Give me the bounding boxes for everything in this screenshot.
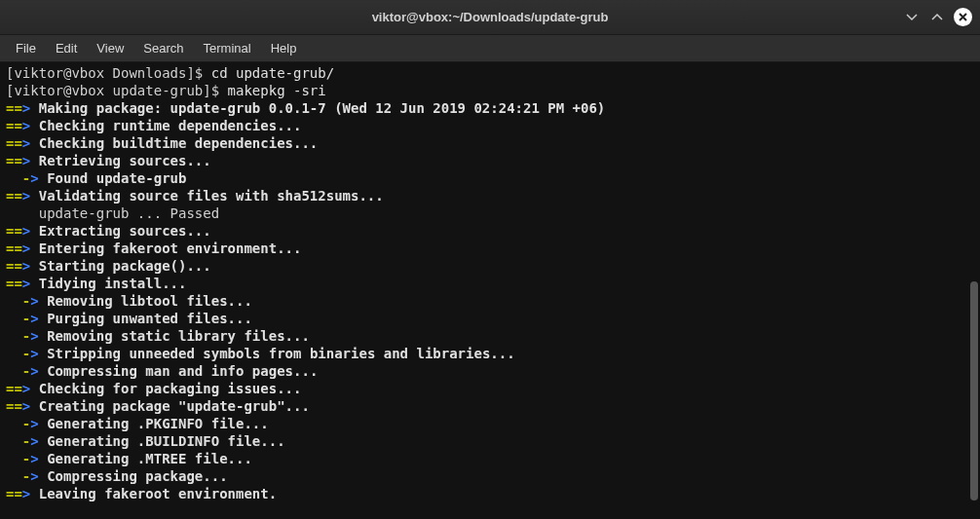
terminal-window: viktor@vbox:~/Downloads/update-grub File… <box>0 0 980 519</box>
terminal-line: ==> Leaving fakeroot environment. <box>6 485 974 502</box>
terminal-line: -> Generating .BUILDINFO file... <box>6 432 974 450</box>
terminal-line: -> Generating .PKGINFO file... <box>6 415 974 432</box>
terminal-line: ==> Starting package()... <box>6 257 974 275</box>
menu-search[interactable]: Search <box>133 37 193 59</box>
terminal-line: -> Compressing package... <box>6 467 974 485</box>
terminal-line: -> Compressing man and info pages... <box>6 362 974 380</box>
window-title: viktor@vbox:~/Downloads/update-grub <box>372 10 609 24</box>
minimize-button[interactable] <box>903 9 921 26</box>
menu-file[interactable]: File <box>6 37 46 59</box>
terminal-line: ==> Checking runtime dependencies... <box>6 117 974 134</box>
terminal-line: ==> Extracting sources... <box>6 222 974 240</box>
chevron-down-icon <box>905 11 919 24</box>
menu-help[interactable]: Help <box>261 37 307 59</box>
terminal-line: ==> Retrieving sources... <box>6 152 974 169</box>
titlebar: viktor@vbox:~/Downloads/update-grub <box>0 0 980 35</box>
terminal-line: -> Found update-grub <box>6 169 974 187</box>
menu-view[interactable]: View <box>87 37 133 59</box>
close-button[interactable] <box>954 8 972 26</box>
terminal-line: -> Removing libtool files... <box>6 292 974 310</box>
scrollbar[interactable] <box>970 281 978 500</box>
terminal-line: -> Stripping unneeded symbols from binar… <box>6 345 974 362</box>
terminal-line: [viktor@vbox Downloads]$ cd update-grub/ <box>6 64 974 82</box>
window-controls <box>903 8 972 26</box>
menubar: File Edit View Search Terminal Help <box>0 35 980 62</box>
terminal-line: ==> Validating source files with sha512s… <box>6 187 974 204</box>
menu-terminal[interactable]: Terminal <box>194 37 261 59</box>
terminal-line: ==> Checking for packaging issues... <box>6 380 974 397</box>
terminal-line: -> Purging unwanted files... <box>6 310 974 327</box>
terminal-output[interactable]: [viktor@vbox Downloads]$ cd update-grub/… <box>0 62 980 519</box>
terminal-line: -> Removing static library files... <box>6 327 974 345</box>
maximize-button[interactable] <box>928 9 946 26</box>
terminal-line: ==> Creating package "update-grub"... <box>6 397 974 415</box>
terminal-line: ==> Making package: update-grub 0.0.1-7 … <box>6 99 974 117</box>
terminal-line: -> Generating .MTREE file... <box>6 450 974 467</box>
chevron-up-icon <box>930 11 944 24</box>
terminal-line: ==> Checking buildtime dependencies... <box>6 134 974 152</box>
terminal-line: ==> Tidying install... <box>6 275 974 292</box>
menu-edit[interactable]: Edit <box>46 37 87 59</box>
close-icon <box>958 12 968 22</box>
terminal-line: [viktor@vbox update-grub]$ makepkg -sri <box>6 82 974 99</box>
terminal-line: ==> Entering fakeroot environment... <box>6 240 974 257</box>
terminal-line: update-grub ... Passed <box>6 204 974 222</box>
